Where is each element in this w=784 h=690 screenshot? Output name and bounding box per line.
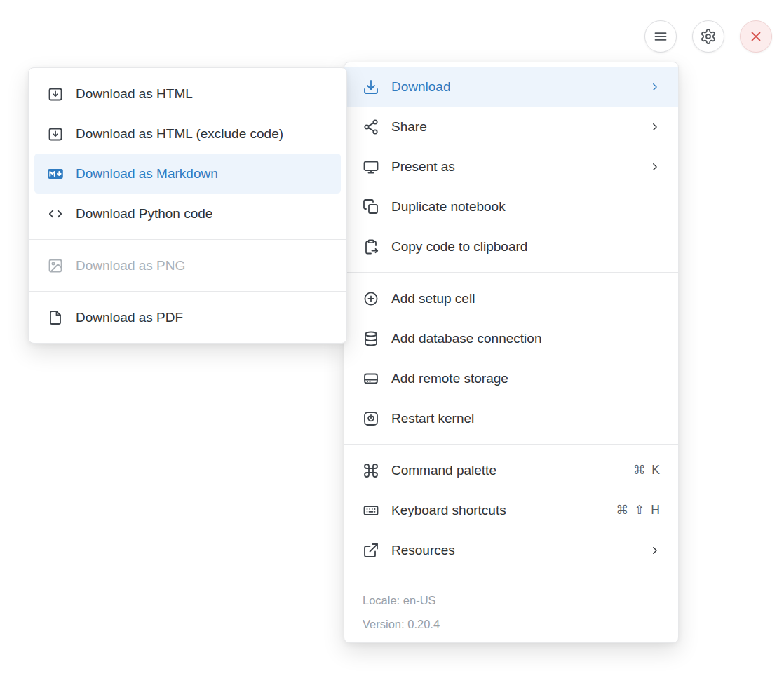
menu-item-copy-code-to-clipboard[interactable]: Copy code to clipboard xyxy=(344,226,678,266)
menu-item-label: Present as xyxy=(391,159,642,175)
box-download-icon xyxy=(47,86,64,102)
close-icon xyxy=(748,28,764,45)
menu-footer: Locale: en-US Version: 0.20.4 xyxy=(344,582,678,642)
settings-button[interactable] xyxy=(692,20,724,53)
database-icon xyxy=(363,330,379,347)
menu-item-label: Download as PNG xyxy=(76,258,330,273)
menu-item-label: Download as PDF xyxy=(76,310,330,325)
notebook-menu-button[interactable] xyxy=(644,20,677,53)
menu-item-label: Add database connection xyxy=(391,331,661,346)
menu-separator xyxy=(29,239,346,240)
menu-item-restart-kernel[interactable]: Restart kernel xyxy=(344,398,678,438)
menu-separator xyxy=(29,291,346,292)
menu-item-add-database-connection[interactable]: Add database connection xyxy=(344,318,678,358)
menu-item-label: Share xyxy=(391,119,642,135)
menu-item-label: Download as HTML xyxy=(76,86,330,102)
command-icon xyxy=(363,462,379,479)
menu-separator xyxy=(344,272,678,273)
menu-item-keyboard-shortcuts[interactable]: Keyboard shortcuts⌘ ⇧ H xyxy=(344,490,678,530)
submenu-items: Download as HTMLDownload as HTML (exclud… xyxy=(29,74,346,337)
download-icon xyxy=(363,79,379,95)
menu-item-download[interactable]: Download xyxy=(344,67,678,107)
menu-item-duplicate-notebook[interactable]: Duplicate notebook xyxy=(344,187,678,226)
underlying-cell-border xyxy=(0,116,29,116)
menu-item-label: Resources xyxy=(391,543,642,558)
menu-item-share[interactable]: Share xyxy=(344,107,678,147)
share-icon xyxy=(363,119,379,135)
menu-item-resources[interactable]: Resources xyxy=(344,530,678,570)
menu-item-add-remote-storage[interactable]: Add remote storage xyxy=(344,358,678,398)
notebook-actions-menu: DownloadSharePresent asDuplicate noteboo… xyxy=(344,62,679,643)
keyboard-icon xyxy=(363,502,379,519)
version-text: Version: 0.20.4 xyxy=(363,612,660,636)
menu-item-present-as[interactable]: Present as xyxy=(344,147,678,187)
chevron-right-icon xyxy=(649,161,661,173)
gear-icon xyxy=(700,28,717,45)
menu-item-label: Add remote storage xyxy=(391,371,661,386)
plus-circle-icon xyxy=(363,290,379,307)
menu-item-label: Duplicate notebook xyxy=(391,199,661,215)
menu-item-label: Download as Markdown xyxy=(76,166,324,182)
clipboard-copy-icon xyxy=(363,238,379,255)
markdown-icon xyxy=(47,165,64,182)
duplicate-icon xyxy=(363,198,379,215)
menu-item-label: Command palette xyxy=(391,463,633,478)
menu-item-download-as-png: Download as PNG xyxy=(29,245,346,285)
menu-item-label: Restart kernel xyxy=(391,411,661,426)
menu-item-label: Download as HTML (exclude code) xyxy=(76,126,330,142)
menu-item-label: Download Python code xyxy=(76,206,330,222)
file-icon xyxy=(47,309,64,326)
menu-item-label: Download xyxy=(391,79,642,95)
image-icon xyxy=(47,257,64,274)
present-icon xyxy=(363,158,379,175)
menu-item-label: Copy code to clipboard xyxy=(391,239,661,255)
shortcut-hint: ⌘ K xyxy=(633,463,661,478)
menu-item-download-python-code[interactable]: Download Python code xyxy=(29,194,346,234)
menu-item-download-as-html[interactable]: Download as HTML xyxy=(29,74,346,114)
menu-item-command-palette[interactable]: Command palette⌘ K xyxy=(344,450,678,490)
chevron-right-icon xyxy=(649,81,661,93)
locale-text: Locale: en-US xyxy=(363,588,660,612)
chevron-right-icon xyxy=(649,121,661,133)
download-submenu: Download as HTMLDownload as HTML (exclud… xyxy=(28,67,347,344)
menu-item-label: Keyboard shortcuts xyxy=(391,503,616,518)
menu-item-download-as-html-exclude-code[interactable]: Download as HTML (exclude code) xyxy=(29,114,346,154)
external-link-icon xyxy=(363,542,379,559)
menu-item-add-setup-cell[interactable]: Add setup cell xyxy=(344,278,678,318)
menu-items: DownloadSharePresent asDuplicate noteboo… xyxy=(344,67,678,570)
menu-item-label: Add setup cell xyxy=(391,291,661,306)
box-download-icon xyxy=(47,126,64,142)
menu-separator xyxy=(344,444,678,445)
close-app-button[interactable] xyxy=(740,20,772,53)
menu-separator xyxy=(344,576,678,576)
hard-drive-icon xyxy=(363,370,379,387)
chevron-right-icon xyxy=(649,544,661,557)
menu-item-download-as-pdf[interactable]: Download as PDF xyxy=(29,297,346,337)
code-icon xyxy=(47,205,64,222)
menu-item-download-as-markdown[interactable]: Download as Markdown xyxy=(34,154,341,194)
shortcut-hint: ⌘ ⇧ H xyxy=(616,503,661,518)
power-icon xyxy=(363,410,379,427)
hamburger-icon xyxy=(652,28,669,45)
